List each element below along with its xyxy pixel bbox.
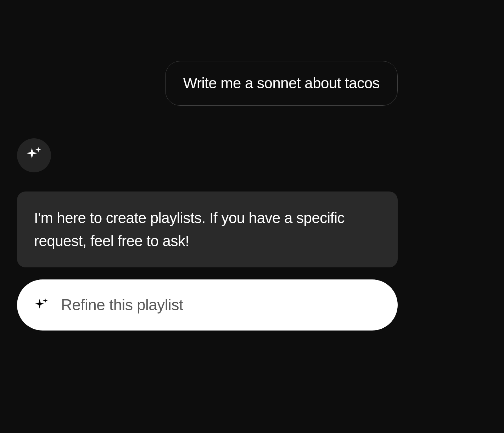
input-bar[interactable] — [17, 279, 398, 331]
chat-container: Write me a sonnet about tacos I'm here t… — [0, 0, 504, 433]
assistant-avatar — [17, 138, 51, 172]
user-message-text: Write me a sonnet about tacos — [183, 75, 380, 91]
refine-playlist-input[interactable] — [61, 296, 381, 314]
sparkle-icon — [26, 146, 43, 165]
user-message-bubble: Write me a sonnet about tacos — [165, 61, 398, 106]
assistant-message-text: I'm here to create playlists. If you hav… — [34, 210, 345, 249]
sparkle-icon — [34, 298, 49, 312]
assistant-message-bubble: I'm here to create playlists. If you hav… — [17, 191, 398, 267]
